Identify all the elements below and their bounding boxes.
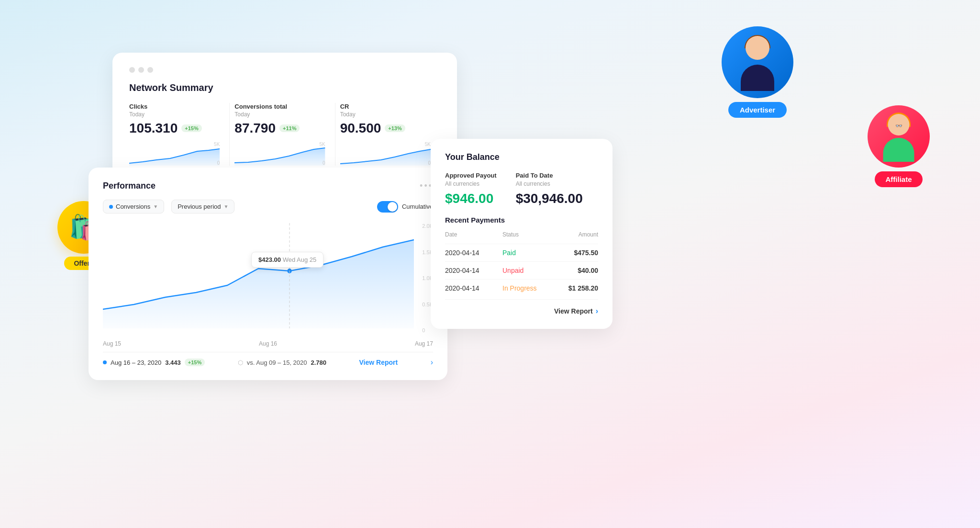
cr-period: Today	[340, 111, 431, 118]
payment-status-1: Paid	[502, 249, 550, 257]
clicks-value: 105.310	[129, 121, 178, 136]
stat-badge: +15%	[185, 359, 205, 366]
glasses-icon: 👓	[895, 123, 902, 129]
col-header-status: Status	[502, 231, 550, 238]
stat-prev-range: vs. Aug 09 – 15, 2020	[247, 359, 307, 366]
affiliate-avatar-circle: 👓	[868, 105, 930, 168]
x-axis-aug17: Aug 17	[415, 340, 433, 347]
payment-row-1: 2020-04-14 Paid $475.50	[445, 244, 598, 261]
cr-sparkline	[340, 142, 431, 166]
performance-title: Performance	[103, 181, 156, 191]
clicks-label: Clicks	[129, 103, 220, 110]
perf-stat-current: Aug 16 – 23, 2020 3.443 +15%	[103, 359, 205, 366]
conversions-chevron-icon: ▼	[153, 204, 158, 209]
payment-status-3: In Progress	[502, 284, 550, 292]
network-summary-card: Network Summary Clicks Today 105.310 +15…	[112, 53, 457, 180]
affiliate-label[interactable]: Affiliate	[875, 171, 922, 187]
conversions-period: Today	[234, 111, 325, 118]
performance-view-report[interactable]: View Report	[359, 359, 398, 366]
balance-row: Approved Payout All currencies $946.00 P…	[445, 172, 598, 206]
affiliate-body	[883, 138, 914, 162]
cumulative-label: Cumulative	[402, 203, 433, 210]
cr-badge: +13%	[385, 124, 405, 132]
window-dot-2	[138, 67, 144, 73]
window-controls	[129, 67, 440, 73]
stat-prev-value: 2.780	[311, 359, 327, 366]
view-report-text: View Report	[554, 307, 593, 315]
payment-amount-1: $475.50	[550, 249, 598, 257]
metric-clicks: Clicks Today 105.310 +15% 5K	[129, 103, 230, 166]
affiliate-section: 👓 Affiliate	[868, 105, 930, 187]
payment-date-3: 2020-04-14	[445, 284, 502, 292]
clicks-chart-max: 5K	[214, 142, 220, 147]
vs-separator: ⬡	[238, 359, 243, 366]
paid-amount: $30,946.00	[516, 191, 583, 206]
affiliate-figure: 👓	[874, 112, 924, 162]
card-footer: View Report ›	[445, 299, 598, 315]
clicks-value-row: 105.310 +15%	[129, 121, 220, 136]
col-header-amount: Amount	[550, 231, 598, 238]
payments-table: Date Status Amount 2020-04-14 Paid $475.…	[445, 231, 598, 297]
performance-header: Performance •••	[103, 181, 433, 191]
y-axis-0: 0	[422, 327, 433, 333]
conversions-chart-max: 5K	[319, 142, 325, 147]
cr-label: CR	[340, 103, 431, 110]
advertiser-section: Advertiser	[722, 26, 793, 118]
paid-to-date: Paid To Date All currencies $30,946.00	[516, 172, 583, 206]
x-axis-aug16: Aug 16	[259, 340, 277, 347]
clicks-chart-min: 0	[217, 160, 220, 166]
conversions-filter[interactable]: Conversions ▼	[103, 200, 164, 213]
approved-label: Approved Payout	[445, 172, 497, 179]
balance-view-report[interactable]: View Report ›	[554, 307, 598, 315]
metrics-row: Clicks Today 105.310 +15% 5K	[129, 103, 440, 166]
cr-value: 90.500	[340, 121, 381, 136]
clicks-badge: +15%	[181, 124, 201, 132]
stat-dot	[103, 360, 107, 364]
toggle-thumb	[388, 202, 397, 212]
performance-chart: 2.0K 1.5K 1.0K 0.5K 0 $423.00	[103, 223, 433, 333]
advertiser-label[interactable]: Advertiser	[728, 102, 787, 118]
paid-label: Paid To Date	[516, 172, 583, 179]
performance-filters: Conversions ▼ Previous period ▼ Cumulati…	[103, 200, 433, 213]
clicks-sparkline	[129, 142, 220, 166]
conversions-chart-min: 0	[323, 160, 325, 166]
main-chart-svg	[103, 223, 414, 328]
chart-x-axis: Aug 15 Aug 16 Aug 17	[103, 338, 433, 352]
payment-amount-3: $1 258.20	[550, 284, 598, 292]
payment-amount-2: $40.00	[550, 267, 598, 274]
approved-amount: $946.00	[445, 191, 497, 206]
advertiser-avatar-circle	[722, 26, 793, 98]
performance-card: Performance ••• Conversions ▼ Previous p…	[89, 168, 447, 380]
performance-footer: Aug 16 – 23, 2020 3.443 +15% ⬡ vs. Aug 0…	[103, 352, 433, 367]
view-report-arrow-icon: ›	[596, 307, 598, 315]
conversions-sparkline	[234, 142, 325, 166]
cr-chart-max: 5K	[425, 142, 431, 147]
network-title: Network Summary	[129, 82, 440, 93]
conversions-label: Conversions total	[234, 103, 325, 110]
col-header-date: Date	[445, 231, 502, 238]
advertiser-figure	[729, 34, 786, 91]
cumulative-toggle-wrapper: Cumulative	[377, 201, 433, 213]
cr-chart: 5K 0	[340, 142, 431, 166]
payment-row-2: 2020-04-14 Unpaid $40.00	[445, 261, 598, 279]
tooltip-date: Wed Aug 25	[283, 256, 317, 263]
stat-value: 3.443	[165, 359, 181, 366]
period-filter-label: Previous period	[178, 203, 221, 210]
metric-cr: CR Today 90.500 +13% 5K	[335, 103, 440, 166]
conversions-badge: +11%	[279, 124, 300, 132]
payment-status-2: Unpaid	[502, 267, 550, 274]
approved-payout: Approved Payout All currencies $946.00	[445, 172, 497, 206]
period-filter[interactable]: Previous period ▼	[171, 200, 234, 213]
cumulative-toggle[interactable]	[377, 201, 398, 213]
conversions-value: 87.790	[234, 121, 276, 136]
payment-row-3: 2020-04-14 In Progress $1 258.20	[445, 279, 598, 297]
cr-value-row: 90.500 +13%	[340, 121, 431, 136]
balance-card: Your Balance Approved Payout All currenc…	[431, 139, 612, 329]
view-report-arrow: ›	[431, 358, 433, 367]
conversions-value-row: 87.790 +11%	[234, 121, 325, 136]
x-axis-aug15: Aug 15	[103, 340, 121, 347]
payment-date-1: 2020-04-14	[445, 249, 502, 257]
conversions-filter-label: Conversions	[116, 203, 150, 210]
tooltip-amount: $423.00	[258, 256, 281, 263]
advertiser-body	[741, 65, 774, 91]
